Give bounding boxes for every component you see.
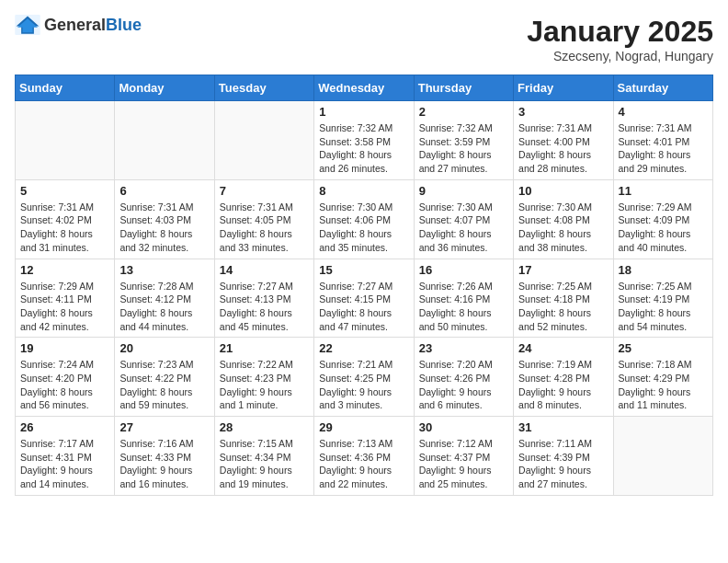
calendar-cell: 20Sunrise: 7:23 AMSunset: 4:22 PMDayligh… bbox=[115, 338, 214, 417]
page-header: GeneralBlue January 2025 Szecseny, Nogra… bbox=[15, 15, 713, 63]
calendar-cell: 2Sunrise: 7:32 AMSunset: 3:59 PMDaylight… bbox=[414, 101, 513, 180]
weekday-header-saturday: Saturday bbox=[613, 75, 712, 101]
calendar-cell: 8Sunrise: 7:30 AMSunset: 4:06 PMDaylight… bbox=[314, 179, 414, 259]
calendar-cell: 28Sunrise: 7:15 AMSunset: 4:34 PMDayligh… bbox=[214, 417, 313, 496]
title-block: January 2025 Szecseny, Nograd, Hungary bbox=[527, 15, 713, 63]
location-title: Szecseny, Nograd, Hungary bbox=[527, 49, 713, 63]
calendar-cell: 19Sunrise: 7:24 AMSunset: 4:20 PMDayligh… bbox=[16, 338, 115, 417]
calendar-cell: 14Sunrise: 7:27 AMSunset: 4:13 PMDayligh… bbox=[214, 259, 313, 338]
calendar-cell: 17Sunrise: 7:25 AMSunset: 4:18 PMDayligh… bbox=[514, 259, 613, 338]
calendar-cell: 12Sunrise: 7:29 AMSunset: 4:11 PMDayligh… bbox=[16, 259, 115, 338]
day-info: Sunrise: 7:28 AMSunset: 4:12 PMDaylight:… bbox=[119, 280, 209, 334]
day-info: Sunrise: 7:23 AMSunset: 4:22 PMDaylight:… bbox=[119, 358, 209, 412]
day-number: 26 bbox=[20, 420, 109, 434]
day-number: 2 bbox=[419, 105, 508, 119]
day-number: 16 bbox=[419, 263, 508, 277]
day-info: Sunrise: 7:30 AMSunset: 4:06 PMDaylight:… bbox=[319, 201, 408, 255]
calendar-cell: 11Sunrise: 7:29 AMSunset: 4:09 PMDayligh… bbox=[613, 179, 712, 259]
day-number: 13 bbox=[119, 263, 209, 277]
day-info: Sunrise: 7:30 AMSunset: 4:08 PMDaylight:… bbox=[518, 201, 608, 255]
week-row-3: 12Sunrise: 7:29 AMSunset: 4:11 PMDayligh… bbox=[16, 259, 713, 338]
day-info: Sunrise: 7:31 AMSunset: 4:01 PMDaylight:… bbox=[619, 121, 708, 176]
weekday-header-friday: Friday bbox=[514, 75, 613, 101]
calendar-cell: 1Sunrise: 7:32 AMSunset: 3:58 PMDaylight… bbox=[314, 101, 414, 180]
day-info: Sunrise: 7:29 AMSunset: 4:09 PMDaylight:… bbox=[619, 201, 708, 255]
day-number: 1 bbox=[319, 105, 408, 119]
weekday-header-monday: Monday bbox=[115, 75, 214, 101]
week-row-5: 26Sunrise: 7:17 AMSunset: 4:31 PMDayligh… bbox=[16, 417, 713, 496]
day-info: Sunrise: 7:32 AMSunset: 3:58 PMDaylight:… bbox=[319, 121, 408, 176]
calendar-cell: 27Sunrise: 7:16 AMSunset: 4:33 PMDayligh… bbox=[115, 417, 214, 496]
day-number: 20 bbox=[119, 341, 209, 355]
week-row-2: 5Sunrise: 7:31 AMSunset: 4:02 PMDaylight… bbox=[16, 179, 713, 259]
logo-blue: Blue bbox=[106, 16, 142, 34]
day-number: 21 bbox=[220, 341, 309, 355]
weekday-header-wednesday: Wednesday bbox=[314, 75, 414, 101]
day-info: Sunrise: 7:16 AMSunset: 4:33 PMDaylight:… bbox=[119, 437, 209, 491]
day-number: 22 bbox=[319, 341, 408, 355]
day-number: 17 bbox=[518, 263, 608, 277]
week-row-1: 1Sunrise: 7:32 AMSunset: 3:58 PMDaylight… bbox=[16, 101, 713, 180]
day-info: Sunrise: 7:21 AMSunset: 4:25 PMDaylight:… bbox=[319, 358, 408, 412]
weekday-header-row: SundayMondayTuesdayWednesdayThursdayFrid… bbox=[16, 75, 713, 101]
day-info: Sunrise: 7:31 AMSunset: 4:03 PMDaylight:… bbox=[119, 201, 209, 255]
calendar-cell bbox=[613, 417, 712, 496]
day-number: 8 bbox=[319, 184, 408, 198]
weekday-header-thursday: Thursday bbox=[414, 75, 513, 101]
day-number: 14 bbox=[220, 263, 309, 277]
calendar-cell bbox=[16, 101, 115, 180]
calendar-cell: 13Sunrise: 7:28 AMSunset: 4:12 PMDayligh… bbox=[115, 259, 214, 338]
day-number: 24 bbox=[518, 341, 608, 355]
calendar-cell: 7Sunrise: 7:31 AMSunset: 4:05 PMDaylight… bbox=[214, 179, 313, 259]
calendar-cell: 16Sunrise: 7:26 AMSunset: 4:16 PMDayligh… bbox=[414, 259, 513, 338]
day-info: Sunrise: 7:31 AMSunset: 4:05 PMDaylight:… bbox=[220, 201, 309, 255]
day-number: 23 bbox=[419, 341, 508, 355]
day-info: Sunrise: 7:29 AMSunset: 4:11 PMDaylight:… bbox=[20, 280, 109, 334]
day-info: Sunrise: 7:25 AMSunset: 4:19 PMDaylight:… bbox=[619, 280, 708, 334]
day-info: Sunrise: 7:26 AMSunset: 4:16 PMDaylight:… bbox=[419, 280, 508, 334]
month-title: January 2025 bbox=[527, 15, 713, 49]
calendar-cell bbox=[115, 101, 214, 180]
calendar-cell: 5Sunrise: 7:31 AMSunset: 4:02 PMDaylight… bbox=[16, 179, 115, 259]
day-number: 31 bbox=[518, 420, 608, 434]
calendar-cell: 22Sunrise: 7:21 AMSunset: 4:25 PMDayligh… bbox=[314, 338, 414, 417]
day-number: 15 bbox=[319, 263, 408, 277]
day-info: Sunrise: 7:27 AMSunset: 4:15 PMDaylight:… bbox=[319, 280, 408, 334]
calendar-cell: 9Sunrise: 7:30 AMSunset: 4:07 PMDaylight… bbox=[414, 179, 513, 259]
day-info: Sunrise: 7:22 AMSunset: 4:23 PMDaylight:… bbox=[220, 358, 309, 412]
calendar-cell: 6Sunrise: 7:31 AMSunset: 4:03 PMDaylight… bbox=[115, 179, 214, 259]
day-number: 12 bbox=[20, 263, 109, 277]
day-info: Sunrise: 7:25 AMSunset: 4:18 PMDaylight:… bbox=[518, 280, 608, 334]
day-number: 4 bbox=[619, 105, 708, 119]
day-info: Sunrise: 7:12 AMSunset: 4:37 PMDaylight:… bbox=[419, 437, 508, 491]
calendar-cell: 18Sunrise: 7:25 AMSunset: 4:19 PMDayligh… bbox=[613, 259, 712, 338]
calendar-cell: 4Sunrise: 7:31 AMSunset: 4:01 PMDaylight… bbox=[613, 101, 712, 180]
day-info: Sunrise: 7:32 AMSunset: 3:59 PMDaylight:… bbox=[419, 121, 508, 176]
day-number: 27 bbox=[119, 420, 209, 434]
day-number: 6 bbox=[119, 184, 209, 198]
logo-general: General bbox=[44, 16, 106, 34]
day-number: 10 bbox=[518, 184, 608, 198]
day-info: Sunrise: 7:30 AMSunset: 4:07 PMDaylight:… bbox=[419, 201, 508, 255]
logo-icon bbox=[15, 15, 40, 35]
day-number: 30 bbox=[419, 420, 508, 434]
calendar-cell: 25Sunrise: 7:18 AMSunset: 4:29 PMDayligh… bbox=[613, 338, 712, 417]
calendar-cell: 26Sunrise: 7:17 AMSunset: 4:31 PMDayligh… bbox=[16, 417, 115, 496]
calendar-cell: 3Sunrise: 7:31 AMSunset: 4:00 PMDaylight… bbox=[514, 101, 613, 180]
weekday-header-sunday: Sunday bbox=[16, 75, 115, 101]
calendar-cell: 15Sunrise: 7:27 AMSunset: 4:15 PMDayligh… bbox=[314, 259, 414, 338]
day-info: Sunrise: 7:27 AMSunset: 4:13 PMDaylight:… bbox=[220, 280, 309, 334]
day-info: Sunrise: 7:17 AMSunset: 4:31 PMDaylight:… bbox=[20, 437, 109, 491]
calendar-table: SundayMondayTuesdayWednesdayThursdayFrid… bbox=[15, 75, 713, 496]
day-info: Sunrise: 7:18 AMSunset: 4:29 PMDaylight:… bbox=[619, 358, 708, 412]
day-number: 11 bbox=[619, 184, 708, 198]
calendar-cell: 10Sunrise: 7:30 AMSunset: 4:08 PMDayligh… bbox=[514, 179, 613, 259]
calendar-cell: 21Sunrise: 7:22 AMSunset: 4:23 PMDayligh… bbox=[214, 338, 313, 417]
week-row-4: 19Sunrise: 7:24 AMSunset: 4:20 PMDayligh… bbox=[16, 338, 713, 417]
day-number: 5 bbox=[20, 184, 109, 198]
day-info: Sunrise: 7:24 AMSunset: 4:20 PMDaylight:… bbox=[20, 358, 109, 412]
calendar-cell: 24Sunrise: 7:19 AMSunset: 4:28 PMDayligh… bbox=[514, 338, 613, 417]
day-number: 7 bbox=[220, 184, 309, 198]
day-info: Sunrise: 7:13 AMSunset: 4:36 PMDaylight:… bbox=[319, 437, 408, 491]
logo: GeneralBlue bbox=[15, 15, 142, 35]
